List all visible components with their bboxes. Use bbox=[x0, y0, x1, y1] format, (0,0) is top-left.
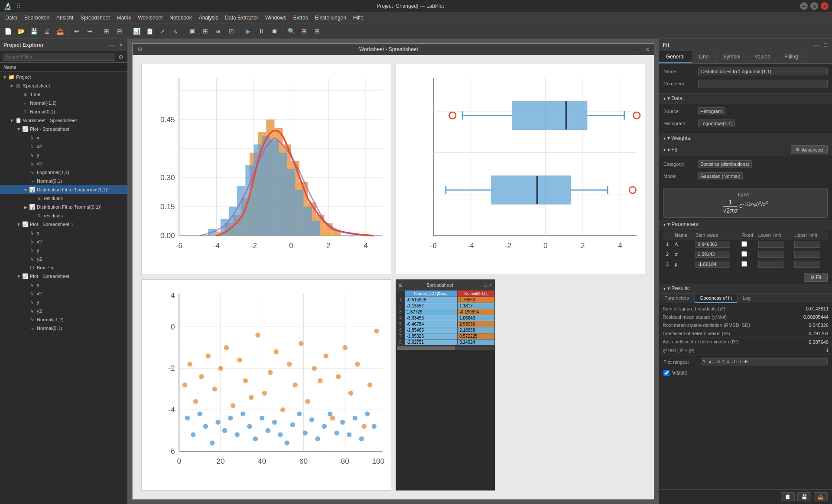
cell-normal01[interactable]: 0.572225 bbox=[458, 333, 494, 339]
grid-toggle-btn[interactable]: ⊞ bbox=[311, 25, 323, 37]
add-func-btn[interactable]: ∿ bbox=[169, 25, 182, 37]
advanced-btn[interactable]: ⚙ Advanced bbox=[791, 145, 828, 154]
tree-item-x3[interactable]: ▼ ↳ x bbox=[0, 229, 127, 237]
tree-item-x6[interactable]: ▼ ↳ x2 bbox=[0, 289, 127, 298]
add-chart-btn[interactable]: 📊 bbox=[130, 25, 143, 37]
tree-item-y6[interactable]: ▼ ↳ y2 bbox=[0, 307, 127, 315]
tree-item-boxplot[interactable]: ▼ ⊡ Box Plot bbox=[0, 263, 127, 272]
action-btn-1[interactable]: 📋 bbox=[781, 492, 795, 501]
spreadsheet-row[interactable]: 6 -1.55465 2.18988 bbox=[396, 327, 494, 333]
pause-btn[interactable]: ⏸ bbox=[255, 25, 267, 37]
cell-normal01[interactable]: 3.24924 bbox=[458, 339, 494, 346]
menu-analysis[interactable]: Analysis bbox=[195, 13, 222, 22]
cell-normal01[interactable]: 1.1817 bbox=[458, 303, 494, 309]
tree-item-normal01[interactable]: ▼ ≡ Normal(0,1) bbox=[0, 107, 127, 116]
tab-line[interactable]: Line bbox=[692, 51, 716, 63]
col-header-normal01[interactable]: Normal(0,1) { bbox=[458, 291, 494, 297]
redo-btn[interactable]: ↪ bbox=[84, 25, 96, 37]
plot-type3-btn[interactable]: ≋ bbox=[212, 25, 224, 37]
category-select[interactable]: Statistics (distributions) bbox=[698, 160, 752, 168]
tree-item-project[interactable]: ▼ 📁 Project bbox=[0, 73, 127, 81]
param-start-value[interactable] bbox=[693, 239, 739, 249]
export-btn[interactable]: 📤 bbox=[54, 25, 66, 37]
tree-item-dist-fit-log[interactable]: ▼ 📊 Distribution Fit to 'Lognormal(1,1)' bbox=[0, 185, 127, 194]
popup-min-btn[interactable]: — bbox=[477, 282, 482, 288]
comment-input[interactable] bbox=[698, 80, 828, 87]
cell-normal01[interactable]: 2.93936 bbox=[458, 321, 494, 327]
spreadsheet-row[interactable]: 8 -2.02751 3.24924 bbox=[396, 339, 494, 346]
tree-item-time[interactable]: ▼ ≡ Time bbox=[0, 90, 127, 99]
spreadsheet-row[interactable]: 4 -3.33453 1.06649 bbox=[396, 315, 494, 321]
scrollbar-h[interactable] bbox=[397, 346, 494, 350]
cell-normal01[interactable]: 1.76963 bbox=[458, 297, 494, 303]
tab-values[interactable]: Values bbox=[748, 51, 777, 63]
tree-item-plot-ss2[interactable]: ▼ 📈 Plot - Spreadsheet bbox=[0, 272, 127, 281]
tree-item-dist-fit-norm[interactable]: ▶ 📊 Distribution Fit to 'Normal(0,1)' bbox=[0, 203, 127, 211]
fit-execute-btn[interactable]: ⚙ Fit bbox=[804, 273, 828, 282]
window-min-btn[interactable]: — bbox=[633, 46, 642, 53]
cell-normal12[interactable]: -0.46784 bbox=[405, 321, 458, 327]
plot-type4-btn[interactable]: ⊡ bbox=[225, 25, 237, 37]
select-btn[interactable]: ⊞ bbox=[101, 25, 113, 37]
zoom-btn[interactable]: 🔍 bbox=[285, 25, 297, 37]
menu-notebook[interactable]: Notebook bbox=[166, 13, 195, 22]
param-start-value[interactable] bbox=[693, 259, 739, 269]
panel-close-btn[interactable]: × bbox=[118, 41, 124, 48]
param-upper[interactable] bbox=[792, 259, 828, 269]
spreadsheet-scroll[interactable]: Normal(-1,2) [Dou... Normal(0,1) { 1 -0.… bbox=[396, 290, 495, 346]
source-select[interactable]: Histogram bbox=[698, 107, 725, 115]
tree-item-plot-ss[interactable]: ▼ 📈 Plot - Spreadsheet bbox=[0, 125, 127, 133]
menu-worksheet[interactable]: Worksheet bbox=[134, 13, 166, 22]
search-input[interactable] bbox=[3, 53, 115, 61]
params-section-header[interactable]: ▾ ▾ Parameters: bbox=[659, 220, 832, 229]
tree-item-x4[interactable]: ▼ ↳ x2 bbox=[0, 237, 127, 246]
plot-type2-btn[interactable]: ⊞ bbox=[199, 25, 211, 37]
menu-spreadsheet[interactable]: Spreadsheet bbox=[77, 13, 113, 22]
window-controls[interactable]: — □ × bbox=[800, 2, 829, 10]
save-btn[interactable]: 💾 bbox=[28, 25, 40, 37]
add-arrow-btn[interactable]: ↗ bbox=[156, 25, 169, 37]
weights-section-header[interactable]: ▾ ▾ Weights: bbox=[659, 133, 832, 143]
popup-close-btn[interactable]: × bbox=[489, 282, 492, 288]
tree-item-residuals1[interactable]: ▼ ≡ residuals bbox=[0, 194, 127, 203]
plot-ranges-select[interactable]: 1 : x = -6..4, y = 0...0.45 bbox=[701, 358, 828, 365]
cell-normal01[interactable]: 1.06649 bbox=[458, 315, 494, 321]
menu-bearbeiten[interactable]: Bearbeiten bbox=[21, 13, 53, 22]
spreadsheet-row[interactable]: 2 -1.13557 1.1817 bbox=[396, 303, 494, 309]
boxplot-chart[interactable]: -6 -4 -2 0 2 4 bbox=[396, 64, 646, 275]
cell-normal12[interactable]: -1.55465 bbox=[405, 327, 458, 333]
cell-normal12[interactable]: -1.13557 bbox=[405, 303, 458, 309]
tree-item-residuals2[interactable]: ▼ ≡ residuals bbox=[0, 211, 127, 220]
param-lower[interactable] bbox=[756, 239, 792, 249]
panel-minimize-btn[interactable]: — bbox=[107, 41, 115, 48]
tree-item-worksheet[interactable]: ▼ 📋 Worksheet - Spreadsheet bbox=[0, 116, 127, 125]
add-sheet-btn[interactable]: 📋 bbox=[143, 25, 156, 37]
menu-ansicht[interactable]: Ansicht bbox=[53, 13, 77, 22]
menu-datei[interactable]: Datei bbox=[2, 13, 21, 22]
tab-general[interactable]: General bbox=[659, 51, 692, 63]
tree-item-lognormal[interactable]: ▼ ∿ Lognormal(1,1) bbox=[0, 168, 127, 177]
grid-btn[interactable]: ⊟ bbox=[114, 25, 126, 37]
param-upper[interactable] bbox=[792, 239, 828, 249]
histogram-select[interactable]: Lognormal(1,1) bbox=[698, 120, 735, 127]
visible-checkbox[interactable] bbox=[663, 370, 670, 376]
param-start-value[interactable] bbox=[693, 249, 739, 259]
run-btn[interactable]: ▶ bbox=[242, 25, 254, 37]
right-panel-min-btn[interactable]: — bbox=[812, 41, 821, 48]
zoom-fit-btn[interactable]: ⊞ bbox=[298, 25, 310, 37]
tree-item-y5[interactable]: ▼ ↳ y bbox=[0, 298, 127, 307]
menu-hilfe[interactable]: Hilfe bbox=[350, 13, 367, 22]
tree-item-plot-ss1[interactable]: ▼ 📈 Plot - Spreadsheet 1 bbox=[0, 220, 127, 229]
spreadsheet-row[interactable]: 7 -1.95323 0.572225 bbox=[396, 333, 494, 339]
data-section-header[interactable]: ▾ ▾ Data: bbox=[659, 94, 832, 103]
undo-btn[interactable]: ↩ bbox=[71, 25, 83, 37]
result-tab-log[interactable]: Log bbox=[738, 294, 756, 303]
cell-normal12[interactable]: 1.37729 bbox=[405, 309, 458, 315]
tree-item-spreadsheet[interactable]: ▼ ⊞ Spreadsheet bbox=[0, 81, 127, 90]
param-lower[interactable] bbox=[756, 249, 792, 259]
histogram-chart[interactable]: 0.00 0.15 0.30 0.45 -6 -4 -2 0 2 4 bbox=[141, 64, 391, 275]
tree-item-normal01c[interactable]: ▼ ∿ Normal(0,1) bbox=[0, 324, 127, 333]
tree-item-y3[interactable]: ▼ ↳ y bbox=[0, 246, 127, 255]
cell-normal12[interactable]: -1.95323 bbox=[405, 333, 458, 339]
stop-btn[interactable]: ⏹ bbox=[268, 25, 280, 37]
